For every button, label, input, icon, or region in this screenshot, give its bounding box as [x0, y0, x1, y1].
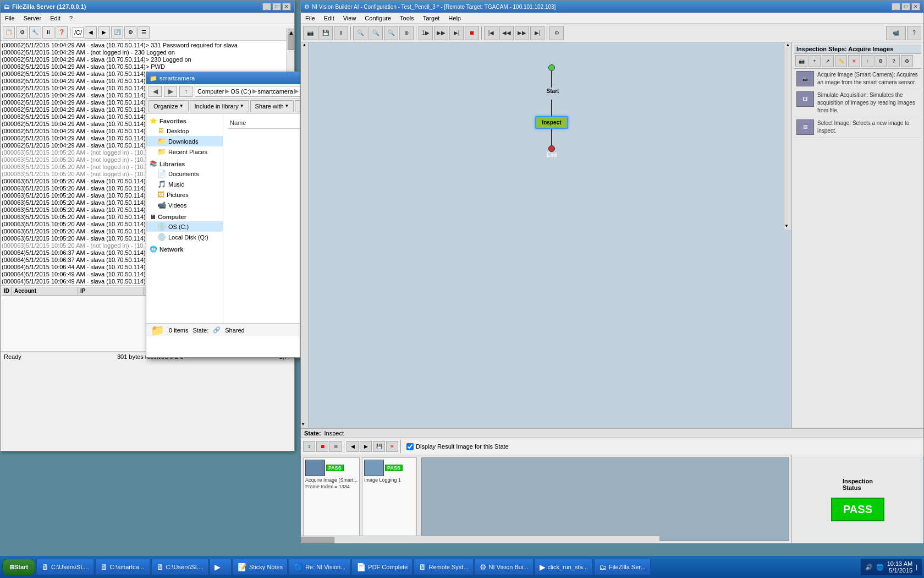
- insp-btn-cursor[interactable]: ↗: [822, 55, 834, 67]
- fz-list[interactable]: ☰: [138, 26, 150, 39]
- close-button[interactable]: ✕: [282, 3, 291, 10]
- ni-menu-configure[interactable]: Configure: [362, 14, 393, 23]
- right-scrollbar[interactable]: ▲ ▼: [784, 42, 791, 230]
- up-button[interactable]: ↑: [179, 86, 193, 97]
- ni-btn-stop[interactable]: ⏹: [465, 26, 479, 40]
- ni-btn-settings[interactable]: ⚙: [549, 26, 564, 40]
- ni-menu-help[interactable]: Help: [446, 14, 463, 23]
- left-scrollbar[interactable]: ▲ ▼: [301, 42, 309, 428]
- ni-maximize[interactable]: □: [901, 3, 910, 10]
- insp-item-simulate[interactable]: 🎞 Simulate Acquisition: Simulates the ac…: [794, 89, 921, 117]
- ni-btn-prev2[interactable]: ◀◀: [499, 26, 514, 40]
- ni-menu-file[interactable]: File: [303, 14, 317, 23]
- insp-item-acquire[interactable]: 📷 Acquire Image (Smart Camera): Acquires…: [794, 69, 921, 89]
- include-library-button[interactable]: Include in library ▼: [190, 100, 249, 112]
- share-with-button[interactable]: Share with ▼: [250, 100, 294, 112]
- taskbar-btn-ni-vision[interactable]: ⚙ NI Vision Bui...: [475, 559, 534, 575]
- ni-btn-prev[interactable]: |◀: [484, 26, 498, 40]
- inspect-node[interactable]: Inspect: [535, 116, 568, 129]
- ni-btn-next[interactable]: ▶▶: [515, 26, 529, 40]
- state-btn-forward[interactable]: ▶: [360, 441, 372, 452]
- organize-button[interactable]: Organize ▼: [148, 100, 189, 112]
- state-btn-stop2[interactable]: ⏹: [329, 441, 342, 452]
- fz-nav-1[interactable]: ◀: [85, 26, 97, 39]
- inspect-label[interactable]: Inspect: [535, 116, 568, 129]
- ni-btn-1[interactable]: 📷: [303, 26, 317, 40]
- scroll-right-up[interactable]: ▲: [784, 42, 791, 47]
- taskbar-btn-media[interactable]: ▶: [210, 559, 232, 575]
- taskbar-btn-re-ni[interactable]: 🔵 Re: NI Vision...: [289, 559, 350, 575]
- sidebar-item-osc[interactable]: 💿 OS (C:): [146, 221, 223, 232]
- insp-btn-add[interactable]: +: [809, 55, 821, 67]
- ni-btn-zoom[interactable]: ⊕: [399, 26, 414, 40]
- sidebar-item-music[interactable]: 🎵 Music: [146, 179, 223, 189]
- sidebar-item-downloads[interactable]: 📁 Downloads: [146, 136, 223, 146]
- ni-menu-view[interactable]: View: [341, 14, 359, 23]
- fz-nav-2[interactable]: ▶: [98, 26, 110, 39]
- h-scroll-thumb[interactable]: [301, 537, 334, 543]
- ni-btn-2[interactable]: 💾: [318, 26, 333, 40]
- insp-btn-settings2[interactable]: ⚙: [875, 55, 887, 67]
- ni-btn-camera[interactable]: 📹: [886, 26, 906, 40]
- ni-minimize[interactable]: _: [892, 3, 900, 10]
- sidebar-item-pictures[interactable]: 🖼 Pictures: [146, 189, 223, 200]
- fz-btn-3[interactable]: 🔧: [29, 26, 41, 39]
- maximize-button[interactable]: □: [272, 3, 281, 10]
- ni-btn-step[interactable]: 1▶: [419, 26, 433, 40]
- taskbar-btn-explorer3[interactable]: 🖥 C:\Users\SL...: [151, 559, 208, 575]
- step-card-logging[interactable]: PASS Image Logging 1: [362, 457, 417, 541]
- ni-btn-run2[interactable]: ▶|: [449, 26, 464, 40]
- sidebar-item-videos[interactable]: 📹 Videos: [146, 200, 223, 210]
- ni-btn-help[interactable]: ?: [907, 26, 921, 40]
- taskbar-btn-explorer1[interactable]: 🖥 C:\Users\SL...: [36, 559, 94, 575]
- state-btn-stop[interactable]: ⏹: [316, 441, 328, 452]
- minimize-button[interactable]: _: [262, 3, 271, 10]
- state-btn-run[interactable]: 1: [303, 441, 315, 452]
- ni-btn-search1[interactable]: 🔍: [353, 26, 367, 40]
- ni-close[interactable]: ✕: [911, 3, 920, 10]
- insp-btn-remove[interactable]: ✕: [848, 55, 860, 67]
- menu-file[interactable]: File: [3, 14, 17, 23]
- taskbar-btn-remote[interactable]: 🖥 Remote Syst...: [414, 559, 473, 575]
- fz-refresh[interactable]: 🔄: [111, 26, 123, 39]
- state-btn-delete[interactable]: ✕: [386, 441, 398, 452]
- horizontal-scrollbar[interactable]: [301, 536, 659, 543]
- display-result-checkbox[interactable]: Display Result Image for this State: [403, 442, 512, 451]
- fz-btn-1[interactable]: 📋: [3, 26, 15, 39]
- menu-edit[interactable]: Edit: [48, 14, 63, 23]
- insp-btn-extra[interactable]: ⚙: [901, 55, 913, 67]
- insp-btn-move-up[interactable]: ↑: [861, 55, 873, 67]
- scroll-thumb[interactable]: [288, 34, 294, 50]
- ni-btn-run[interactable]: ▶▶: [434, 26, 448, 40]
- path-part-smartcamera1[interactable]: smartcamera: [258, 88, 293, 95]
- forward-button[interactable]: ▶: [164, 86, 177, 97]
- path-part-osc[interactable]: OS (C:): [230, 88, 251, 95]
- sidebar-item-desktop[interactable]: 🖥 Desktop: [146, 126, 223, 136]
- start-button[interactable]: ⊞ Start: [2, 559, 35, 575]
- tray-show-desktop[interactable]: |: [916, 564, 917, 570]
- fz-btn-4[interactable]: ⏸: [42, 26, 54, 39]
- sidebar-item-documents[interactable]: 📄 Documents: [146, 168, 223, 179]
- path-part-computer[interactable]: Computer: [197, 88, 224, 95]
- ni-menu-edit[interactable]: Edit: [322, 14, 337, 23]
- scroll-left-arrow[interactable]: ▲: [301, 42, 308, 47]
- menu-server[interactable]: Server: [21, 14, 43, 23]
- sidebar-item-recent[interactable]: 📁 Recent Places: [146, 146, 223, 157]
- fz-settings[interactable]: ⚙: [124, 26, 136, 39]
- scroll-right-arrow[interactable]: ▼: [301, 422, 305, 427]
- fz-btn-5[interactable]: ❓: [56, 26, 68, 39]
- taskbar-btn-pdf[interactable]: 📄 PDF Complete: [351, 559, 413, 575]
- ni-btn-search2[interactable]: 🔍: [369, 26, 383, 40]
- menu-help[interactable]: ?: [67, 14, 75, 23]
- ni-menu-tools[interactable]: Tools: [398, 14, 416, 23]
- taskbar-btn-filezilla[interactable]: 🗂 FileZilla Ser...: [594, 559, 651, 575]
- state-btn-save[interactable]: 💾: [373, 441, 385, 452]
- taskbar-btn-click-run[interactable]: ▶ click_run_sta...: [535, 559, 593, 575]
- fz-btn-2[interactable]: ⚙: [16, 26, 28, 39]
- back-button[interactable]: ◀: [148, 86, 162, 97]
- ni-menu-target[interactable]: Target: [421, 14, 442, 23]
- insp-btn-camera[interactable]: 📷: [795, 55, 807, 67]
- scroll-right-down[interactable]: ▼: [784, 223, 789, 228]
- scroll-up-arrow[interactable]: ▲: [288, 29, 294, 33]
- state-btn-back[interactable]: ◀: [346, 441, 359, 452]
